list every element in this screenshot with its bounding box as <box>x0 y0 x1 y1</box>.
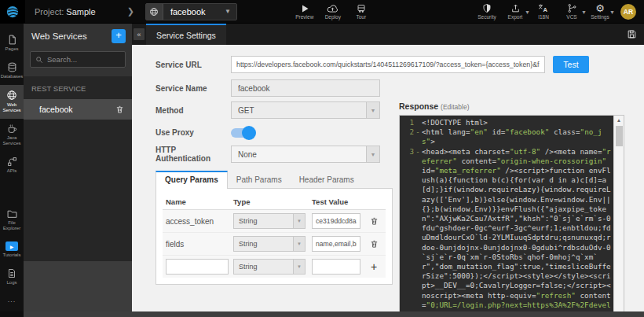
add-service-button[interactable]: + <box>112 29 126 43</box>
sidebar-more-button[interactable]: ... <box>0 291 24 311</box>
tab-bar: « Service Settings <box>132 24 644 45</box>
chevron-down-icon: ▼ <box>366 102 379 118</box>
chevron-right-icon: ❯ <box>127 6 134 17</box>
settings-button[interactable]: ▼ ⚙ Settings <box>586 3 614 20</box>
param-test-value-input[interactable] <box>312 236 360 252</box>
sidebar-item-logs[interactable]: Logs <box>0 264 24 291</box>
param-test-value-input[interactable] <box>312 213 360 229</box>
method-value: GET <box>238 106 254 115</box>
svg-text:A: A <box>543 6 547 13</box>
coffee-icon <box>7 123 17 134</box>
sidebar-item-web-services[interactable]: Web Services <box>0 85 24 119</box>
video-play-icon: ▶ <box>5 241 18 251</box>
service-search-box <box>30 51 126 68</box>
trash-icon <box>370 239 379 249</box>
service-url-label: Service URL <box>156 61 225 69</box>
translate-icon: A <box>538 3 549 13</box>
service-name-input[interactable] <box>231 79 380 97</box>
param-row-new: String ▼ + <box>163 256 386 278</box>
scrollbar-thumb[interactable] <box>616 126 623 146</box>
app-window: Project: Sample ❯ facebook ▼ Preview <box>0 0 644 317</box>
search-input[interactable] <box>47 55 119 64</box>
sidebar-item-java-services[interactable]: Java Services <box>0 119 24 152</box>
service-list-empty-area <box>24 120 132 261</box>
method-label: Method <box>156 106 225 115</box>
response-editor: 1<!DOCTYPE html>2-<html lang="en" id="fa… <box>399 115 624 311</box>
globe-icon <box>6 90 17 101</box>
selected-service-name: facebook <box>163 7 225 17</box>
app-logo[interactable] <box>0 0 25 24</box>
gear-icon: ⚙ <box>595 3 605 13</box>
preview-button[interactable]: Preview <box>291 4 319 20</box>
param-type-select[interactable]: String ▼ <box>233 259 306 275</box>
new-param-test-value-input[interactable] <box>312 259 360 275</box>
brand-logo-icon <box>5 5 20 19</box>
play-icon <box>300 4 309 13</box>
response-label: Response (Editable) <box>399 101 624 111</box>
sidebar-item-tutorials[interactable]: ▶ Tutorials <box>0 237 24 264</box>
security-button[interactable]: Security <box>473 3 501 20</box>
cloud-upload-icon <box>327 4 338 13</box>
save-floppy-icon <box>627 29 637 39</box>
sidebar-item-databases[interactable]: Databases <box>0 57 24 85</box>
add-param-button[interactable]: + <box>362 260 386 273</box>
search-icon <box>35 56 43 64</box>
test-button[interactable]: Test <box>553 56 589 73</box>
user-avatar[interactable]: AR <box>620 4 636 20</box>
vcs-button[interactable]: ▼ VCS <box>558 3 586 20</box>
http-auth-value: None <box>238 150 257 159</box>
param-name: fields <box>163 240 232 249</box>
response-editable-note: (Editable) <box>441 103 469 111</box>
new-param-name-input[interactable] <box>166 259 229 275</box>
sidebar-item-file-explorer[interactable]: File Explorer <box>0 205 24 237</box>
service-url-input[interactable] <box>231 56 545 73</box>
scroll-up-icon[interactable]: ▲ <box>617 116 621 124</box>
sidebar-item-pages[interactable]: Pages <box>0 30 24 57</box>
response-section: Response (Editable) 1<!DOCTYPE html>2-<h… <box>399 79 644 311</box>
service-item-name: facebook <box>39 105 73 114</box>
i18n-button[interactable]: A I18N <box>529 3 558 20</box>
service-selector-dropdown[interactable]: facebook ▼ <box>145 3 237 20</box>
collapse-panel-button[interactable]: « <box>134 28 145 40</box>
bus-icon <box>357 4 366 13</box>
tab-header-params[interactable]: Header Params <box>291 171 363 188</box>
deploy-button[interactable]: Deploy <box>319 4 347 20</box>
param-name: access_token <box>163 217 232 226</box>
folder-icon <box>7 209 17 219</box>
tab-query-params[interactable]: Query Params <box>156 171 228 189</box>
delete-service-icon[interactable] <box>115 105 124 114</box>
use-proxy-toggle[interactable] <box>231 128 254 138</box>
chevron-down-icon: ▼ <box>366 146 379 162</box>
service-list-item-facebook[interactable]: facebook <box>24 99 132 120</box>
editor-scrollbar[interactable]: ▲ ▼ <box>613 116 624 311</box>
export-icon <box>510 3 521 13</box>
tour-button[interactable]: Tour <box>347 4 375 20</box>
panel-footer <box>24 261 132 311</box>
sidebar-item-apis[interactable]: APIs <box>0 152 24 179</box>
param-row-fields: fields String ▼ <box>163 233 386 256</box>
tab-service-settings[interactable]: Service Settings <box>146 24 226 45</box>
response-code[interactable]: 1<!DOCTYPE html>2-<html lang="en" id="fa… <box>400 116 613 311</box>
chevron-down-icon: ▼ <box>293 237 305 251</box>
tab-path-params[interactable]: Path Params <box>228 171 291 188</box>
export-button[interactable]: ▼ Export <box>501 3 529 20</box>
project-label: Project: Sample <box>35 7 96 17</box>
body: Pages Databases Web Services <box>0 24 644 311</box>
http-auth-select[interactable]: None ▼ <box>231 146 380 163</box>
params-header-row: Name Type Test Value <box>163 194 386 210</box>
column-name: Name <box>163 197 232 206</box>
api-nodes-icon <box>7 157 17 167</box>
save-button[interactable] <box>627 29 637 39</box>
globe-icon <box>146 4 163 20</box>
service-name-label: Service Name <box>156 84 225 93</box>
param-type-select[interactable]: String ▼ <box>233 236 306 252</box>
project-name: Sample <box>66 7 95 17</box>
query-params-card: Name Type Test Value access_token <box>156 189 393 285</box>
bottom-strip <box>0 311 644 317</box>
chevron-down-icon: ▼ <box>225 8 231 15</box>
delete-param-button[interactable] <box>362 216 386 226</box>
param-type-select[interactable]: String ▼ <box>233 213 306 229</box>
main-area: « Service Settings Service URL Test <box>132 24 644 311</box>
method-select[interactable]: GET ▼ <box>231 101 380 119</box>
delete-param-button[interactable] <box>362 239 386 249</box>
